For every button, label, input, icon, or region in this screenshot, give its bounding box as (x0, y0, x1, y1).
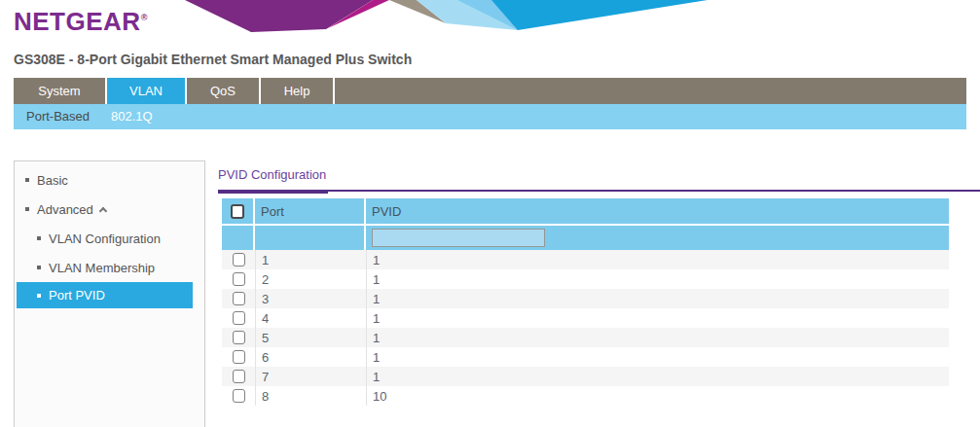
port-cell: 4 (255, 308, 366, 328)
chevron-up-icon (99, 206, 107, 214)
table-row: 5 1 (222, 328, 949, 347)
table-row: 7 1 (222, 367, 949, 386)
vlan-subnav: Port-Based 802.1Q (14, 104, 966, 129)
port-cell: 6 (255, 347, 366, 367)
page-title: GS308E - 8-Port Gigabit Ethernet Smart M… (14, 52, 412, 67)
tab-qos[interactable]: QoS (187, 78, 261, 104)
row-checkbox-port-5[interactable] (233, 331, 245, 344)
row-checkbox-port-4[interactable] (233, 311, 245, 325)
sidebar: Basic Advanced VLAN Configuration VLAN M… (14, 160, 205, 427)
table-row: 1 1 (222, 250, 949, 269)
port-cell: 7 (255, 367, 366, 386)
pvid-table: Port PVID 1 1 2 1 3 1 4 (222, 198, 949, 406)
input-row-port-cell (255, 226, 366, 250)
row-checkbox-port-3[interactable] (233, 292, 245, 305)
netgear-logo-text: NETGEAR (14, 7, 141, 36)
row-checkbox-cell (222, 367, 255, 386)
column-header-pvid: PVID (366, 198, 949, 224)
main-content: PVID Configuration Port PVID 1 1 2 (218, 165, 980, 406)
sidebar-item-advanced[interactable]: Advanced (15, 195, 204, 224)
row-checkbox-port-8[interactable] (233, 389, 245, 403)
input-row-pvid-cell (366, 226, 949, 250)
row-checkbox-port-6[interactable] (233, 350, 245, 364)
row-checkbox-cell (222, 328, 255, 347)
input-row-checkbox-cell (222, 226, 255, 250)
row-checkbox-cell (222, 347, 255, 367)
pvid-cell: 1 (366, 347, 949, 367)
port-cell: 1 (255, 250, 366, 269)
sidebar-item-label: Advanced (37, 202, 93, 217)
pvid-cell: 1 (366, 308, 949, 328)
sidebar-item-label: VLAN Membership (49, 261, 155, 275)
port-cell: 8 (255, 386, 366, 406)
bullet-icon (37, 294, 41, 298)
row-checkbox-port-7[interactable] (233, 370, 245, 383)
subnav-item-8021q[interactable]: 802.1Q (111, 104, 164, 129)
table-row: 8 10 (222, 386, 949, 406)
sidebar-item-label: Basic (37, 173, 68, 188)
sidebar-item-vlan-membership[interactable]: VLAN Membership (15, 253, 204, 282)
table-row: 2 1 (222, 269, 949, 289)
row-checkbox-cell (222, 269, 255, 289)
row-checkbox-cell (222, 250, 255, 269)
table-header-row: Port PVID (222, 198, 949, 224)
pvid-input[interactable] (372, 229, 545, 247)
table-row: 3 1 (222, 289, 949, 308)
bullet-icon (37, 266, 41, 269)
bullet-icon (25, 178, 29, 182)
pvid-cell: 10 (366, 386, 949, 406)
header-checkbox-cell (222, 198, 255, 224)
table-input-row (222, 226, 949, 250)
section-title: PVID Configuration (218, 167, 326, 182)
pvid-cell: 1 (366, 367, 949, 386)
bullet-icon (25, 207, 29, 211)
row-checkbox-cell (222, 308, 255, 328)
pvid-cell: 1 (366, 269, 949, 289)
sidebar-item-label: Port PVID (49, 288, 105, 302)
sidebar-item-vlan-configuration[interactable]: VLAN Configuration (15, 224, 204, 253)
column-header-port: Port (255, 198, 366, 224)
tab-system[interactable]: System (14, 78, 107, 104)
table-row: 4 1 (222, 308, 949, 328)
pvid-cell: 1 (366, 289, 949, 308)
port-cell: 5 (255, 328, 366, 347)
tab-help[interactable]: Help (261, 78, 335, 104)
row-checkbox-cell (222, 289, 255, 308)
netgear-logo: NETGEAR® (14, 7, 148, 37)
section-title-underline: PVID Configuration (218, 165, 980, 192)
select-all-checkbox[interactable] (231, 204, 244, 219)
sidebar-item-port-pvid[interactable]: Port PVID (17, 282, 193, 308)
row-checkbox-port-1[interactable] (233, 253, 245, 267)
bullet-icon (37, 236, 41, 240)
tab-vlan[interactable]: VLAN (107, 78, 187, 104)
nav-filler (335, 78, 966, 104)
sidebar-item-basic[interactable]: Basic (15, 165, 204, 195)
row-checkbox-cell (222, 386, 255, 406)
registered-mark: ® (141, 13, 148, 22)
port-cell: 3 (255, 289, 366, 308)
table-row: 6 1 (222, 347, 949, 367)
pvid-cell: 1 (366, 250, 949, 269)
subnav-item-port-based[interactable]: Port-Based (26, 104, 101, 129)
sidebar-item-label: VLAN Configuration (49, 231, 161, 246)
port-cell: 2 (255, 269, 366, 289)
row-checkbox-port-2[interactable] (233, 272, 245, 286)
banner-decoration (185, 0, 730, 35)
pvid-cell: 1 (366, 328, 949, 347)
main-nav: System VLAN QoS Help (14, 78, 966, 104)
